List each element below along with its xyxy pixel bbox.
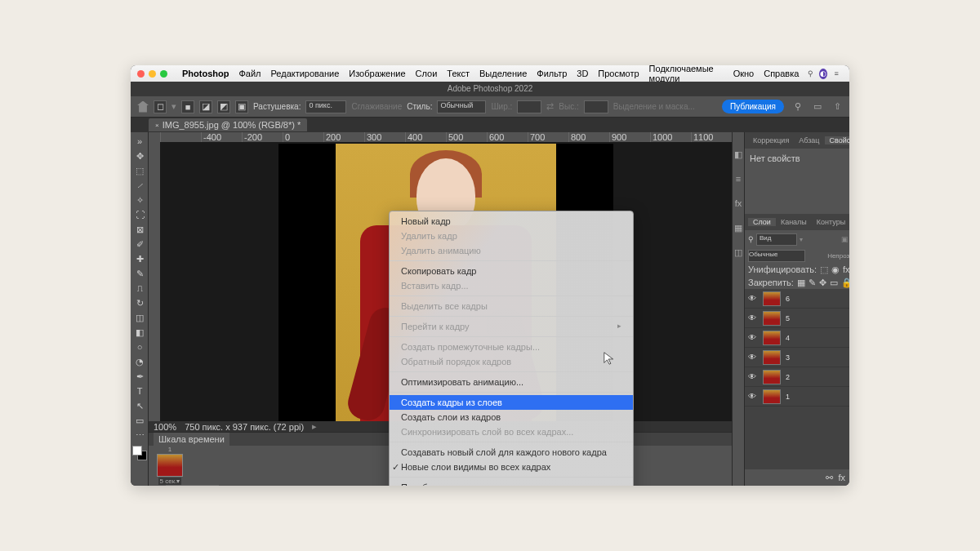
visibility-icon[interactable]: 👁	[748, 333, 758, 342]
layer-row[interactable]: 👁6	[745, 289, 849, 309]
color-icon[interactable]: ◧	[733, 149, 744, 160]
lock-artboard-icon[interactable]: ▭	[830, 278, 838, 288]
layer-filter-select[interactable]: Вид	[756, 233, 797, 246]
type-tool[interactable]: T	[131, 384, 149, 398]
wand-tool[interactable]: ✧	[131, 193, 149, 207]
tab-paragraph[interactable]: Абзац	[794, 136, 824, 144]
search-icon[interactable]: ⚲	[792, 101, 804, 113]
visibility-icon[interactable]: 👁	[748, 372, 758, 381]
menu-window[interactable]: Окно	[728, 69, 760, 78]
frame-tool[interactable]: ⊠	[131, 222, 149, 237]
pen-tool[interactable]: ✒	[131, 369, 149, 384]
search-icon[interactable]: ⚲	[806, 69, 814, 79]
cc-icon[interactable]: ◐	[819, 69, 827, 79]
link-icon[interactable]: ⚯	[826, 473, 833, 483]
visibility-icon[interactable]: 👁	[748, 392, 758, 401]
new-selection-icon[interactable]: ■	[181, 100, 194, 113]
crop-tool[interactable]: ⛶	[131, 207, 149, 222]
lock-pos-icon[interactable]: ✥	[819, 278, 826, 288]
workspace-icon[interactable]: ▭	[812, 101, 823, 113]
menu-app[interactable]: Photoshop	[177, 69, 234, 78]
menu-select[interactable]: Выделение	[474, 69, 532, 78]
layer-row[interactable]: 👁5	[745, 309, 849, 328]
visibility-icon[interactable]: 👁	[748, 313, 758, 322]
gradient-tool[interactable]: ◧	[131, 325, 149, 340]
layer-name[interactable]: 5	[786, 314, 790, 322]
menu-image[interactable]: Изображение	[344, 69, 410, 78]
layer-row[interactable]: 👁2	[745, 367, 849, 387]
filter-image-icon[interactable]: ▣	[840, 234, 849, 244]
menu-item[interactable]: Преобразовать в шкалу времени видео	[390, 480, 633, 486]
menu-item[interactable]: Скопировать кадр	[390, 264, 633, 278]
dodge-tool[interactable]: ◔	[131, 354, 149, 369]
timeline-tab-label[interactable]: Шкала времени	[154, 433, 229, 446]
blur-tool[interactable]: ○	[131, 340, 149, 354]
tab-layers[interactable]: Слои	[748, 218, 776, 226]
color-swatch[interactable]	[132, 446, 147, 460]
menu-file[interactable]: Файл	[234, 69, 265, 78]
stamp-tool[interactable]: ⎍	[131, 281, 149, 295]
unify-style-icon[interactable]: fx	[843, 264, 849, 274]
layer-name[interactable]: 6	[786, 295, 790, 303]
eraser-tool[interactable]: ◫	[131, 310, 149, 325]
lasso-tool[interactable]: ⟋	[131, 178, 149, 193]
visibility-icon[interactable]: 👁	[748, 294, 758, 303]
collapse-icon[interactable]: »	[131, 134, 149, 149]
unify-position-icon[interactable]: ⬚	[820, 264, 828, 275]
menu-icon[interactable]: ≡	[832, 69, 840, 79]
feather-input[interactable]: 0 пикс.	[305, 100, 346, 113]
more-tools[interactable]: ⋯	[131, 428, 149, 442]
close-tab-icon[interactable]: ×	[155, 122, 159, 129]
menu-view[interactable]: Просмотр	[593, 69, 644, 78]
libraries-icon[interactable]: ▦	[733, 222, 744, 233]
layer-row[interactable]: 👁3	[745, 348, 849, 367]
layer-name[interactable]: 3	[786, 353, 790, 362]
history-brush-tool[interactable]: ↻	[131, 295, 149, 310]
lock-trans-icon[interactable]: ▦	[797, 278, 805, 288]
style-select[interactable]: Обычный	[437, 100, 486, 113]
tab-corrections[interactable]: Коррекция	[748, 136, 794, 144]
share-icon[interactable]: ⇧	[831, 101, 843, 113]
menu-plugins[interactable]: Подключаемые модули	[644, 65, 728, 83]
eyedropper-tool[interactable]: ✐	[131, 237, 149, 251]
add-selection-icon[interactable]: ◪	[199, 100, 212, 113]
layer-row[interactable]: 👁1	[745, 387, 849, 407]
subtract-selection-icon[interactable]: ◩	[217, 100, 230, 113]
menu-3d[interactable]: 3D	[572, 69, 593, 78]
menu-item[interactable]: Новый кадр	[390, 214, 633, 229]
unify-visibility-icon[interactable]: ◉	[831, 264, 840, 275]
layer-name[interactable]: 1	[786, 393, 790, 401]
heal-tool[interactable]: ✚	[131, 251, 149, 266]
publish-button[interactable]: Публикация	[722, 100, 784, 113]
menu-filter[interactable]: Фильтр	[532, 69, 572, 78]
menu-text[interactable]: Текст	[442, 69, 474, 78]
shape-tool[interactable]: ▭	[131, 413, 149, 428]
path-tool[interactable]: ↖	[131, 398, 149, 413]
minimize-icon[interactable]	[149, 70, 156, 78]
tab-paths[interactable]: Контуры	[812, 218, 849, 226]
layer-name[interactable]: 4	[786, 334, 790, 342]
document-tab[interactable]: × IMG_8955.jpg @ 100% (RGB/8*) *	[149, 118, 307, 131]
close-icon[interactable]	[137, 70, 145, 78]
frame-duration[interactable]: 5 сек.▾	[158, 478, 182, 485]
menu-help[interactable]: Справка	[759, 69, 804, 78]
loop-select[interactable]: Постоянно	[166, 485, 219, 486]
visibility-icon[interactable]: 👁	[748, 353, 758, 362]
menu-item[interactable]: Создать слои из кадров	[390, 410, 633, 424]
menu-edit[interactable]: Редактирование	[265, 69, 344, 78]
blend-mode-select[interactable]: Обычные	[748, 250, 805, 262]
menu-item[interactable]: Оптимизировать анимацию...	[390, 375, 633, 389]
layer-row[interactable]: 👁4	[745, 328, 849, 348]
lock-paint-icon[interactable]: ✎	[808, 278, 816, 288]
adjustments-icon[interactable]: ≡	[733, 173, 744, 184]
menu-layers[interactable]: Слои	[411, 69, 443, 78]
menu-item[interactable]: Создать кадры из слоев	[390, 395, 633, 410]
lock-all-icon[interactable]: 🔒	[841, 278, 849, 288]
menu-item[interactable]: Новые слои видимы во всех кадрах	[390, 460, 633, 474]
layer-name[interactable]: 2	[786, 373, 790, 381]
tab-properties[interactable]: Свойства	[825, 136, 849, 144]
menu-item[interactable]: Создавать новый слой для каждого нового …	[390, 445, 633, 460]
zoom-icon[interactable]	[160, 70, 167, 78]
tool-preset[interactable]: ◻	[154, 100, 167, 113]
timeline-frame[interactable]: 1 5 сек.▾	[155, 446, 185, 485]
